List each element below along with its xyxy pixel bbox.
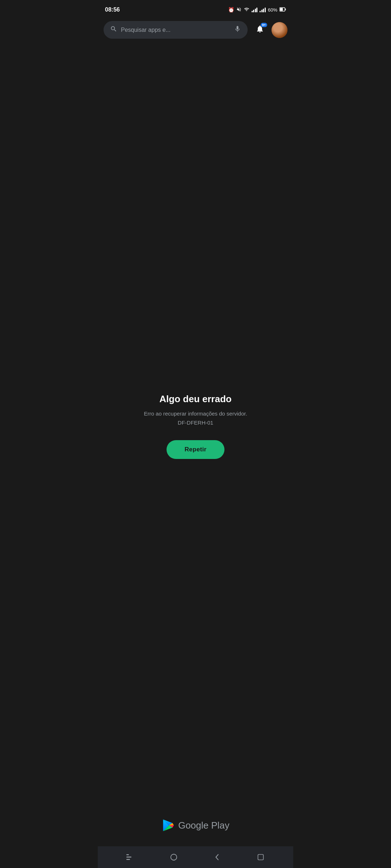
svg-rect-12 — [258, 855, 264, 860]
bottom-nav — [98, 846, 293, 868]
header-actions: 9+ — [252, 22, 287, 38]
search-placeholder: Pesquisar apps e... — [121, 27, 230, 33]
status-bar: 08:56 ⏰ 60% — [98, 0, 293, 17]
avatar-image — [272, 22, 287, 38]
avatar[interactable] — [272, 22, 287, 38]
svg-rect-9 — [126, 857, 131, 858]
error-title: Algo deu errado — [159, 393, 231, 405]
search-bar[interactable]: Pesquisar apps e... — [104, 21, 248, 39]
svg-rect-10 — [126, 859, 130, 860]
wifi-icon — [244, 7, 249, 13]
recent-nav-button[interactable] — [119, 849, 141, 865]
main-content: Algo deu errado Erro ao recuperar inform… — [98, 44, 293, 808]
status-icons: ⏰ 60% — [228, 7, 286, 13]
screenshot-nav-button[interactable] — [250, 849, 272, 865]
branding-text: Google Play — [178, 820, 230, 831]
alarm-icon: ⏰ — [228, 7, 234, 13]
home-nav-button[interactable] — [163, 849, 185, 865]
battery-level: 60% — [268, 7, 277, 13]
back-nav-button[interactable] — [206, 849, 228, 865]
screenshot-icon — [257, 854, 264, 861]
search-bar-container: Pesquisar apps e... 9+ — [98, 17, 293, 44]
notification-button[interactable]: 9+ — [252, 22, 268, 38]
notification-badge: 9+ — [261, 23, 267, 27]
signal-bars-2 — [260, 7, 266, 12]
mute-icon — [236, 7, 241, 13]
battery-icon — [279, 7, 286, 13]
error-code: DF-DFERH-01 — [178, 420, 213, 426]
svg-rect-2 — [285, 9, 286, 10]
home-icon — [170, 853, 178, 861]
retry-button[interactable]: Repetir — [167, 440, 225, 459]
branding: Google Play — [98, 808, 293, 846]
signal-bars-1 — [252, 7, 258, 12]
status-time: 08:56 — [105, 7, 120, 13]
back-icon — [214, 853, 220, 861]
mic-icon[interactable] — [234, 25, 241, 34]
svg-point-11 — [171, 854, 177, 860]
recent-icon — [126, 854, 134, 860]
svg-rect-8 — [126, 854, 129, 855]
error-description: Erro ao recuperar informações do servido… — [144, 410, 247, 418]
svg-rect-1 — [280, 8, 283, 11]
search-icon — [110, 25, 117, 34]
google-play-logo-icon — [161, 819, 175, 832]
